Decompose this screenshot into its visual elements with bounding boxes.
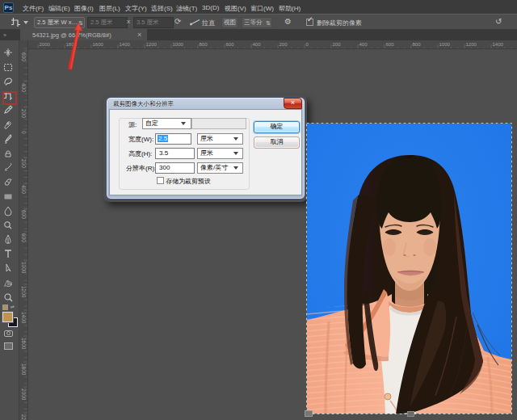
- svg-text:1800: 1800: [21, 363, 27, 376]
- svg-text:2000: 2000: [40, 42, 51, 47]
- svg-text:600: 600: [226, 42, 235, 47]
- svg-text:1600: 1600: [21, 338, 27, 350]
- svg-text:800: 800: [413, 42, 422, 47]
- svg-text:1000: 1000: [439, 42, 451, 47]
- svg-text:200: 200: [280, 42, 288, 47]
- svg-text:200: 200: [21, 159, 27, 168]
- svg-text:400: 400: [21, 185, 27, 194]
- svg-text:1200: 1200: [21, 286, 27, 298]
- svg-text:600: 600: [21, 52, 27, 61]
- svg-text:400: 400: [21, 83, 27, 92]
- svg-text:1400: 1400: [493, 42, 504, 47]
- svg-text:400: 400: [359, 42, 368, 47]
- svg-text:600: 600: [21, 210, 27, 219]
- svg-text:2000: 2000: [21, 388, 27, 401]
- svg-text:0: 0: [306, 42, 309, 47]
- svg-text:1200: 1200: [146, 42, 158, 47]
- svg-text:1000: 1000: [173, 42, 184, 47]
- svg-text:400: 400: [253, 42, 262, 47]
- svg-text:1600: 1600: [93, 42, 104, 47]
- svg-text:1200: 1200: [466, 42, 477, 47]
- svg-text:1400: 1400: [120, 42, 131, 47]
- svg-text:800: 800: [21, 233, 27, 242]
- svg-text:800: 800: [200, 42, 208, 47]
- svg-text:200: 200: [21, 109, 27, 118]
- svg-text:200: 200: [333, 42, 342, 47]
- svg-text:2200: 2200: [21, 414, 27, 420]
- svg-text:600: 600: [386, 42, 395, 47]
- svg-text:1400: 1400: [21, 312, 27, 324]
